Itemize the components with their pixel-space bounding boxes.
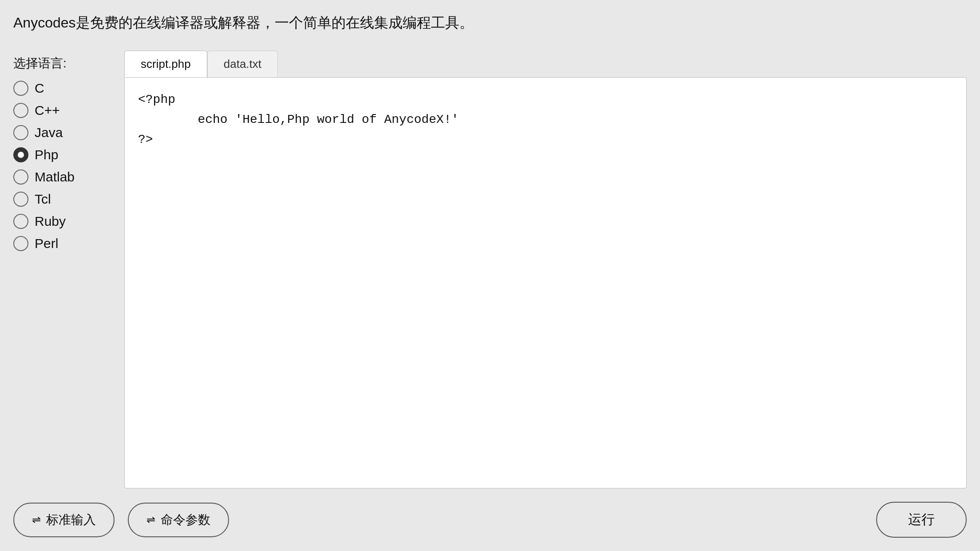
sidebar-label: 选择语言:	[13, 55, 120, 72]
radio-php	[13, 147, 28, 162]
language-name-perl: Perl	[35, 236, 58, 251]
language-item-java[interactable]: Java	[13, 125, 120, 140]
language-item-php[interactable]: Php	[13, 147, 120, 162]
language-name-c++: C++	[35, 103, 60, 118]
language-item-tcl[interactable]: Tcl	[13, 192, 120, 207]
radio-c++	[13, 103, 28, 118]
code-editor[interactable]: <?php echo 'Hello,Php world of AnycodeX!…	[124, 77, 967, 488]
language-name-java: Java	[35, 125, 63, 140]
language-name-ruby: Ruby	[35, 214, 66, 229]
radio-tcl	[13, 192, 28, 207]
radio-perl	[13, 236, 28, 251]
stdin-button[interactable]: ⇌ 标准输入	[13, 503, 115, 537]
language-item-c++[interactable]: C++	[13, 103, 120, 118]
stdin-icon: ⇌	[32, 514, 41, 526]
footer-left-buttons: ⇌ 标准输入 ⇌ 命令参数	[13, 503, 229, 537]
editor-area: script.phpdata.txt <?php echo 'Hello,Php…	[124, 51, 967, 488]
args-button[interactable]: ⇌ 命令参数	[128, 503, 229, 537]
radio-java	[13, 125, 28, 140]
language-item-c[interactable]: C	[13, 81, 120, 96]
language-item-perl[interactable]: Perl	[13, 236, 120, 251]
language-name-tcl: Tcl	[35, 192, 51, 207]
language-sidebar: 选择语言: CC++JavaPhpMatlabTclRubyPerl	[13, 51, 120, 488]
radio-ruby	[13, 214, 28, 229]
language-list: CC++JavaPhpMatlabTclRubyPerl	[13, 81, 120, 258]
footer: ⇌ 标准输入 ⇌ 命令参数 运行	[13, 502, 967, 538]
language-item-matlab[interactable]: Matlab	[13, 169, 120, 185]
language-item-ruby[interactable]: Ruby	[13, 214, 120, 229]
language-name-matlab: Matlab	[35, 169, 75, 185]
tab-bar: script.phpdata.txt	[124, 51, 967, 77]
language-name-php: Php	[35, 147, 58, 162]
tab-script-php[interactable]: script.php	[124, 51, 207, 77]
args-icon: ⇌	[146, 514, 155, 526]
stdin-label: 标准输入	[46, 512, 96, 528]
radio-matlab	[13, 169, 28, 185]
run-button[interactable]: 运行	[876, 502, 967, 538]
language-name-c: C	[35, 81, 44, 96]
radio-c	[13, 81, 28, 96]
header-description: Anycodes是免费的在线编译器或解释器，一个简单的在线集成编程工具。	[13, 13, 967, 33]
args-label: 命令参数	[161, 512, 210, 528]
tab-data-txt[interactable]: data.txt	[207, 51, 278, 77]
